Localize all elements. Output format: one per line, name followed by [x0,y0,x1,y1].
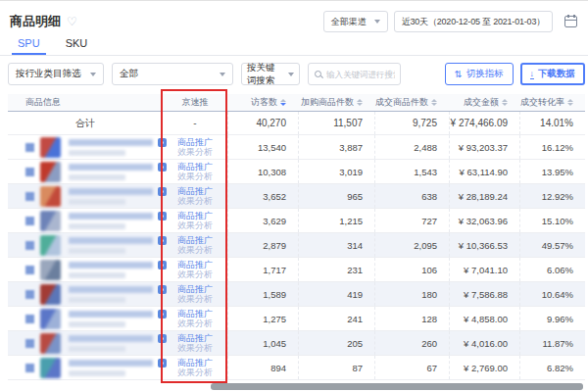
cart-items-cell: 1,215 [298,209,374,232]
tab-sku[interactable]: SKU [66,37,88,55]
deal-amount-cell: ¥ 32,063.96 [449,209,519,232]
conversion-cell: 16.12% [519,135,585,159]
analysis-link[interactable]: 效果分析 [177,220,213,230]
analysis-link[interactable]: 效果分析 [177,318,213,328]
promo-badge-icon[interactable] [158,236,167,245]
jingsutui-cell: 商品推广 效果分析 [163,184,227,208]
col-header-cart-items[interactable]: 加购商品件数 [298,94,374,111]
visitors-cell: 1,717 [227,258,298,281]
scope-filter-select[interactable]: 全部 [112,63,233,85]
col-header-cart-items-label: 加购商品件数 [301,96,354,109]
product-text [69,212,167,229]
analysis-link[interactable]: 效果分析 [177,294,213,304]
promo-link[interactable]: 商品推广 [177,284,213,294]
col-header-deal-amount[interactable]: 成交金额 [449,94,519,111]
date-range-value: 近30天（2020-12-05 至 2021-01-03） [402,16,545,28]
promo-link[interactable]: 商品推广 [177,137,213,147]
product-thumbnail [40,284,61,305]
visitors-cell: 2,879 [227,233,298,257]
col-header-conversion[interactable]: 成交转化率 [519,94,585,111]
product-text [69,310,167,327]
keyword-mode-value: 按关键词搜索 [247,62,280,87]
deal-items-cell: 180 [374,282,449,306]
horizontal-scrollbar[interactable] [211,383,583,390]
visitors-cell: 13,540 [227,135,298,159]
cart-items-cell: 965 [298,184,374,208]
promo-badge-icon[interactable] [158,138,167,147]
promo-link[interactable]: 商品推广 [177,162,213,172]
row-marker [25,364,34,372]
promo-link[interactable]: 商品推广 [177,235,213,245]
product-info-cell [8,235,163,256]
analysis-link[interactable]: 效果分析 [177,172,213,181]
calendar-button[interactable] [563,13,580,30]
conversion-cell: 12.92% [519,184,585,208]
promo-link[interactable]: 商品推广 [177,260,213,270]
analysis-link[interactable]: 效果分析 [177,196,213,206]
col-header-deal-amount-label: 成交金额 [464,96,499,109]
deal-items-cell: 1,543 [374,160,449,183]
product-thumbnail [40,260,61,280]
cart-items-cell: 419 [298,282,374,306]
product-thumbnail [40,137,61,158]
promo-badge-icon[interactable] [158,334,167,343]
product-subtitle-redacted [69,223,125,229]
promo-link[interactable]: 商品推广 [177,211,213,220]
tab-spu[interactable]: SPU [18,37,40,55]
keyword-mode-select[interactable]: 按关键词搜索 [241,63,300,85]
promo-link[interactable]: 商品推广 [177,333,213,343]
promo-badge-icon[interactable] [158,310,167,318]
analysis-link[interactable]: 效果分析 [177,147,213,157]
col-header-visitors-label: 访客数 [251,96,277,109]
deal-items-cell: 260 [374,331,449,355]
sort-icon [567,99,573,106]
product-title-redacted [69,188,153,195]
promo-badge-icon[interactable] [158,261,167,270]
table-header-row: 商品信息 京速推 访客数 加购商品件数 成交商品件数 成交金额 成交转化率 [8,94,585,112]
download-data-button[interactable]: ↓ 下载数据 [520,63,586,85]
date-range-picker[interactable]: 近30天（2020-12-05 至 2021-01-03） [394,11,553,32]
product-text [69,261,167,278]
col-header-visitors[interactable]: 访客数 [227,94,298,111]
conversion-cell: 13.95% [519,160,585,183]
analysis-link[interactable]: 效果分析 [177,270,213,279]
summary-row: 合计 - 40,270 11,507 9,725 ¥ 274,466.09 14… [8,112,585,135]
row-marker [25,192,34,201]
analysis-link[interactable]: 效果分析 [177,343,213,353]
promo-badge-icon[interactable] [158,285,167,294]
promo-badge-icon[interactable] [158,163,167,172]
deal-amount-cell: ¥ 4,016.00 [449,331,519,355]
deal-items-cell: 2,095 [374,233,449,257]
sort-icon [280,99,286,106]
conversion-cell: 49.57% [519,233,585,257]
col-header-deal-items[interactable]: 成交商品件数 [374,94,449,111]
category-filter-select[interactable]: 按行业类目筛选 [8,63,104,85]
product-info-cell [8,211,163,231]
switch-metrics-button[interactable]: ⇅ 切换指标 [445,63,514,85]
product-title-redacted [69,335,153,342]
promo-badge-icon[interactable] [158,212,167,220]
product-subtitle-redacted [69,150,125,156]
analysis-link[interactable]: 效果分析 [177,368,213,377]
title-bar-right: 全部渠道 近30天（2020-12-05 至 2021-01-03） [323,11,580,32]
promo-link[interactable]: 商品推广 [177,358,213,368]
product-thumbnail [40,333,61,354]
promo-link[interactable]: 商品推广 [177,309,213,318]
search-input[interactable] [326,70,395,79]
tab-bar: SPU SKU [0,32,588,56]
promo-badge-icon[interactable] [158,359,167,368]
promo-link[interactable]: 商品推广 [177,186,213,196]
col-header-conversion-label: 成交转化率 [520,96,564,109]
product-subtitle-redacted [69,272,125,278]
toolbar-buttons: ⇅ 切换指标 ↓ 下载数据 [445,63,585,85]
promo-badge-icon[interactable] [158,187,167,196]
favorite-heart-icon[interactable]: ♡ [67,15,77,28]
product-text [69,187,167,205]
product-thumbnail [40,358,61,378]
product-title-redacted [69,164,153,171]
analysis-link[interactable]: 效果分析 [177,245,213,255]
product-subtitle-redacted [69,199,125,205]
deal-amount-cell: ¥ 7,041.10 [449,258,519,281]
product-info-cell [8,137,163,158]
channel-select[interactable]: 全部渠道 [323,11,388,32]
